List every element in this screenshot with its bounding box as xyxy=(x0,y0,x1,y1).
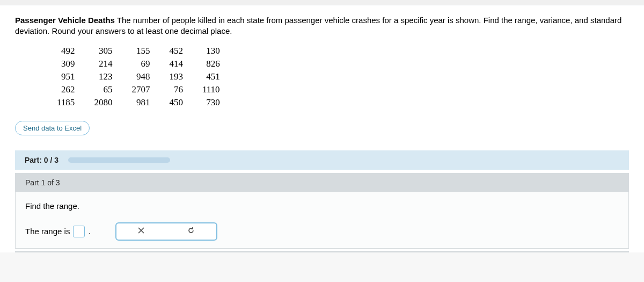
table-row: 262 65 2707 76 1110 xyxy=(47,83,230,96)
data-cell: 2707 xyxy=(122,83,159,96)
data-cell: 951 xyxy=(47,70,84,83)
data-cell: 730 xyxy=(193,96,230,109)
data-cell: 65 xyxy=(84,83,122,96)
data-cell: 948 xyxy=(122,70,159,83)
data-cell: 305 xyxy=(84,45,122,57)
data-cell: 76 xyxy=(159,83,193,96)
table-row: 309 214 69 414 826 xyxy=(47,57,230,70)
data-cell: 414 xyxy=(159,57,193,70)
input-toolbar xyxy=(115,222,217,241)
clear-button[interactable] xyxy=(134,225,149,238)
part-panel: Part 1 of 3 Find the range. The range is… xyxy=(15,173,629,249)
range-input[interactable] xyxy=(73,226,85,237)
data-cell: 452 xyxy=(159,45,193,57)
data-cell: 69 xyxy=(122,57,159,70)
problem-prompt: Passenger Vehicle Deaths The number of p… xyxy=(15,15,629,37)
answer-suffix: . xyxy=(88,227,90,236)
data-cell: 130 xyxy=(193,45,230,57)
data-cell: 123 xyxy=(84,70,122,83)
data-cell: 450 xyxy=(159,96,193,109)
data-cell: 1185 xyxy=(47,96,84,109)
part-question: Find the range. xyxy=(25,201,619,211)
progress-label: Part: 0 / 3 xyxy=(25,156,58,164)
table-row: 492 305 155 452 130 xyxy=(47,45,230,57)
data-cell: 492 xyxy=(47,45,84,57)
progress-track xyxy=(68,157,170,163)
data-cell: 451 xyxy=(193,70,230,83)
data-cell: 1110 xyxy=(193,83,230,96)
data-cell: 155 xyxy=(122,45,159,57)
data-cell: 981 xyxy=(122,96,159,109)
send-to-excel-button[interactable]: Send data to Excel xyxy=(15,121,90,135)
reset-icon xyxy=(187,226,195,236)
data-cell: 2080 xyxy=(84,96,122,109)
data-cell: 193 xyxy=(159,70,193,83)
data-cell: 826 xyxy=(193,57,230,70)
data-cell: 309 xyxy=(47,57,84,70)
table-row: 1185 2080 981 450 730 xyxy=(47,96,230,109)
data-grid: 492 305 155 452 130 309 214 69 414 826 9… xyxy=(47,45,230,109)
part-progress-bar: Part: 0 / 3 xyxy=(15,150,629,170)
data-cell: 214 xyxy=(84,57,122,70)
reset-button[interactable] xyxy=(184,225,199,238)
close-icon xyxy=(137,226,145,236)
table-row: 951 123 948 193 451 xyxy=(47,70,230,83)
part-header: Part 1 of 3 xyxy=(16,173,628,192)
answer-prefix: The range is xyxy=(25,227,70,236)
data-cell: 262 xyxy=(47,83,84,96)
prompt-title: Passenger Vehicle Deaths xyxy=(15,16,115,25)
